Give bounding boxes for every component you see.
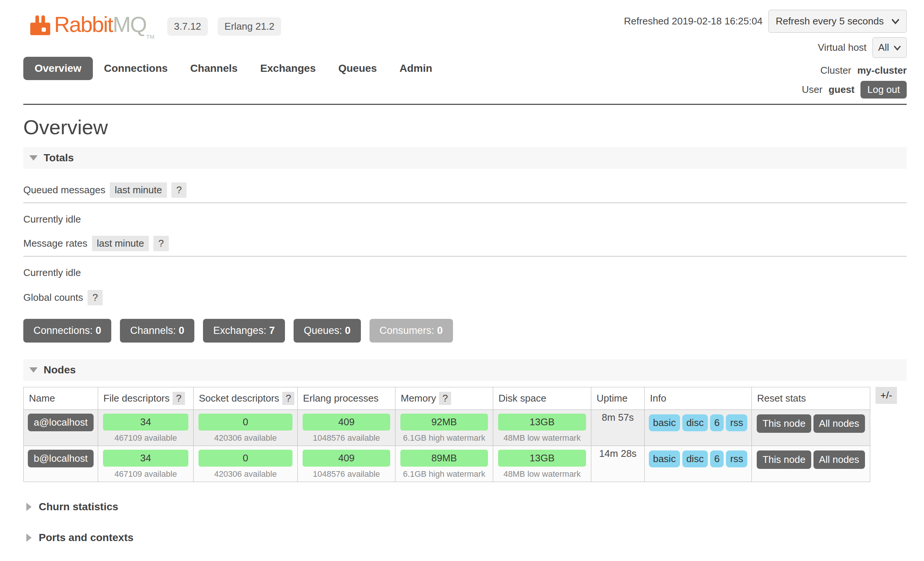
info-badge-rss[interactable]: rss: [726, 414, 747, 431]
socket-descriptors-value: 0: [198, 414, 292, 431]
erlang-processes-note: 1048576 available: [313, 433, 380, 443]
brand-text: RabbitMQTM: [54, 14, 155, 39]
col-disk-space: Disk space: [493, 387, 591, 410]
global-counts-row: Global counts ?: [23, 290, 907, 305]
message-rates-label: Message rates: [23, 238, 88, 249]
nodes-section-header[interactable]: Nodes: [23, 359, 907, 381]
virtual-host-value: All: [878, 42, 889, 53]
global-counts-buttons: Connections: 0 Channels: 0 Exchanges: 7 …: [23, 319, 907, 343]
tab-overview[interactable]: Overview: [23, 57, 93, 80]
connections-count-label: Connections:: [33, 325, 93, 336]
file-descriptors-note: 467109 available: [114, 433, 177, 443]
logout-button[interactable]: Log out: [860, 81, 907, 99]
message-rates-help-badge[interactable]: ?: [153, 236, 168, 251]
file-descriptors-help-badge[interactable]: ?: [173, 392, 185, 405]
message-rates-row: Message rates last minute ?: [23, 236, 907, 256]
tab-queues[interactable]: Queues: [327, 57, 388, 80]
exchanges-count-label: Exchanges:: [213, 325, 266, 336]
chevron-down-icon: [891, 15, 900, 27]
info-badge-disc[interactable]: disc: [682, 450, 708, 467]
refreshed-timestamp: Refreshed 2019-02-18 16:25:04: [624, 15, 763, 27]
connections-count-value: 0: [95, 325, 101, 336]
rabbitmq-logo-icon: [29, 14, 51, 39]
info-badge-plugin-count[interactable]: 6: [710, 414, 724, 431]
logo: RabbitMQTM 3.7.12 Erlang 21.2: [29, 14, 444, 39]
memory-help-badge[interactable]: ?: [439, 392, 451, 405]
tab-connections[interactable]: Connections: [93, 57, 179, 80]
col-erlang-processes: Erlang processes: [298, 387, 395, 410]
global-counts-help-badge[interactable]: ?: [88, 290, 103, 305]
col-reset-stats: Reset stats: [752, 387, 870, 410]
message-rates-window-badge[interactable]: last minute: [92, 236, 149, 251]
consumers-count-value: 0: [437, 325, 443, 336]
cluster-label: Cluster: [820, 65, 851, 76]
file-descriptors-note: 467109 available: [114, 469, 177, 479]
page-title: Overview: [23, 115, 907, 139]
file-descriptors-value: 34: [103, 414, 188, 431]
reset-all-nodes-button[interactable]: All nodes: [813, 414, 865, 433]
connections-count-button[interactable]: Connections: 0: [23, 319, 111, 343]
col-uptime: Uptime: [591, 387, 645, 410]
reset-this-node-button[interactable]: This node: [757, 450, 811, 469]
node-row-a: a@localhost 34467109 available 0420306 a…: [24, 410, 870, 446]
node-row-b: b@localhost 34467109 available 0420306 a…: [24, 446, 870, 482]
col-socket-descriptors: Socket descriptors?: [194, 387, 298, 410]
tab-channels[interactable]: Channels: [179, 57, 249, 80]
channels-count-value: 0: [179, 325, 184, 336]
socket-descriptors-note: 420306 available: [214, 469, 277, 479]
message-rates-idle-text: Currently idle: [23, 267, 907, 279]
queued-messages-idle-text: Currently idle: [23, 214, 907, 225]
queued-messages-label: Queued messages: [23, 184, 105, 196]
columns-toggle-button[interactable]: +/-: [876, 387, 897, 404]
memory-note: 6.1GB high watermark: [403, 469, 485, 479]
brand-mq: MQ: [113, 12, 146, 36]
cluster-name: my-cluster: [857, 65, 907, 76]
disk-space-value: 13GB: [498, 450, 586, 467]
info-badge-basic[interactable]: basic: [649, 414, 680, 431]
collapse-triangle-icon: [29, 155, 38, 161]
info-badge-rss[interactable]: rss: [726, 450, 747, 467]
socket-descriptors-note: 420306 available: [214, 433, 277, 443]
channels-count-button[interactable]: Channels: 0: [120, 319, 194, 343]
erlang-processes-value: 409: [303, 450, 390, 467]
disk-space-note: 48MB low watermark: [503, 433, 580, 443]
info-badge-plugin-count[interactable]: 6: [710, 450, 724, 467]
disk-space-note: 48MB low watermark: [503, 469, 580, 479]
col-name: Name: [24, 387, 98, 410]
reset-all-nodes-button[interactable]: All nodes: [813, 450, 865, 469]
info-badge-disc[interactable]: disc: [682, 414, 708, 431]
header-controls: Refreshed 2019-02-18 16:25:04 Refresh ev…: [624, 9, 907, 99]
chevron-down-icon: [894, 42, 901, 53]
node-name-badge[interactable]: b@localhost: [28, 450, 94, 467]
brand-tm: TM: [146, 33, 155, 40]
socket-descriptors-value: 0: [198, 450, 292, 467]
reset-this-node-button[interactable]: This node: [757, 414, 811, 433]
virtual-host-label: Virtual host: [818, 42, 867, 53]
node-name-badge[interactable]: a@localhost: [28, 414, 94, 431]
section-churn-statistics[interactable]: Churn statistics: [26, 501, 907, 513]
file-descriptors-value: 34: [103, 450, 188, 467]
channels-count-label: Channels:: [130, 325, 176, 336]
header: RabbitMQTM 3.7.12 Erlang 21.2 Overview C…: [23, 0, 907, 99]
user-label: User: [802, 84, 823, 96]
memory-note: 6.1GB high watermark: [403, 433, 485, 443]
exchanges-count-button[interactable]: Exchanges: 7: [203, 319, 285, 343]
disk-space-value: 13GB: [498, 414, 586, 431]
queued-messages-window-badge[interactable]: last minute: [110, 182, 167, 198]
ports-and-contexts-label: Ports and contexts: [39, 532, 133, 544]
collapse-triangle-icon: [29, 367, 38, 373]
queues-count-button[interactable]: Queues: 0: [294, 319, 361, 343]
totals-section-header[interactable]: Totals: [23, 147, 907, 169]
erlang-processes-value: 409: [303, 414, 390, 431]
socket-descriptors-help-badge[interactable]: ?: [282, 392, 294, 405]
uptime-value: 8m 57s: [591, 410, 645, 446]
queued-messages-row: Queued messages last minute ?: [23, 182, 907, 203]
refresh-interval-select[interactable]: Refresh every 5 seconds: [768, 10, 907, 33]
nodes-table: Name File descriptors? Socket descriptor…: [23, 387, 870, 482]
tab-exchanges[interactable]: Exchanges: [249, 57, 327, 80]
tab-admin[interactable]: Admin: [388, 57, 444, 80]
info-badge-basic[interactable]: basic: [649, 450, 680, 467]
virtual-host-select[interactable]: All: [872, 37, 907, 58]
queued-messages-help-badge[interactable]: ?: [171, 182, 186, 198]
section-ports-and-contexts[interactable]: Ports and contexts: [26, 532, 907, 544]
